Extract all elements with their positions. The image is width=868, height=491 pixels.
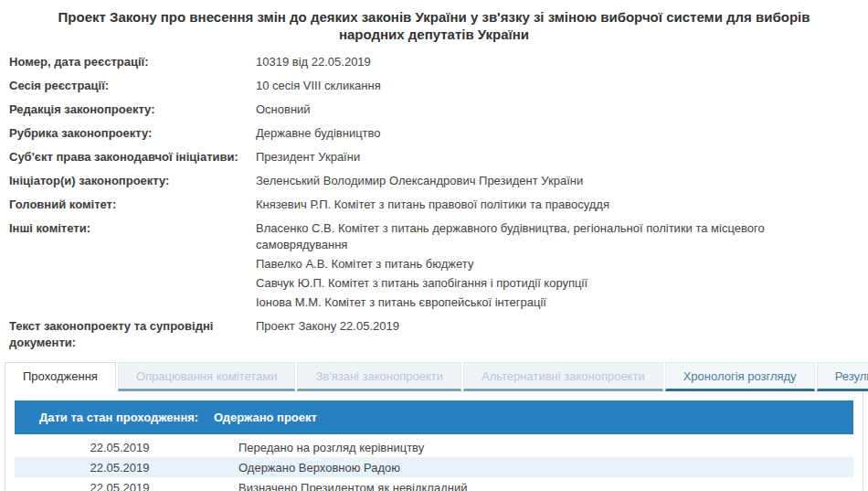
table-row: 22.05.2019 Одержано Верховною Радою: [15, 457, 853, 477]
field-row-rubric: Рубрика законопроекту: Державне будівниц…: [9, 125, 859, 142]
committee-line: Павелко А.В. Комітет з питань бюджету: [256, 256, 859, 272]
progress-table: Дати та стан проходження: Одержано проек…: [15, 400, 853, 491]
table-row: 22.05.2019 Визначено Президентом як неві…: [15, 477, 853, 491]
page-title: Проект Закону про внесення змін до деяки…: [0, 0, 868, 54]
field-label: Номер, дата реєстрації:: [9, 54, 256, 70]
progress-table-header: Дати та стан проходження: Одержано проек…: [15, 400, 853, 434]
field-row-session: Сесія реєстрації: 10 сесія VIII скликанн…: [9, 78, 859, 94]
progress-table-body: 22.05.2019 Передано на розгляд керівницт…: [15, 437, 853, 491]
header-status-column: Одержано проект: [200, 411, 317, 424]
header-date-column: Дати та стан проходження:: [15, 411, 200, 424]
field-row-initiator: Ініціатор(и) законопроекту: Зеленський В…: [9, 173, 859, 189]
row-status: Одержано Верховною Радою: [225, 461, 400, 475]
row-date: 22.05.2019: [15, 481, 225, 491]
field-value: Основний: [256, 101, 311, 118]
row-status: Передано на розгляд керівництву: [225, 441, 424, 454]
field-value: Президент України: [256, 149, 360, 165]
field-row-main-committee: Головний комітет: Князевич Р.П. Комітет …: [9, 197, 859, 213]
committee-line: Власенко С.В. Комітет з питань державног…: [256, 220, 859, 253]
tab-content-panel: Дати та стан проходження: Одержано проек…: [5, 391, 863, 491]
tab-prohodzhennya[interactable]: Проходження: [5, 362, 116, 391]
row-date: 22.05.2019: [15, 441, 225, 454]
committee-line: Іонова М.М. Комітет з питань європейсько…: [256, 294, 859, 311]
field-row-documents: Текст законопроекту та супровідні докуме…: [9, 318, 859, 351]
field-value: Державне будівництво: [256, 125, 381, 142]
field-value: Проект Закону 22.05.2019: [256, 318, 399, 335]
field-label: Головний комітет:: [9, 197, 256, 213]
field-label: Текст законопроекту та супровідні докуме…: [9, 318, 256, 351]
row-status: Визначено Президентом як невідкладний: [225, 481, 467, 491]
field-label: Інші комітети:: [9, 220, 256, 237]
field-label: Редакція законопроекту:: [9, 101, 256, 118]
field-row-other-committees: Інші комітети: Власенко С.В. Комітет з п…: [9, 220, 859, 311]
table-row: 22.05.2019 Передано на розгляд керівницт…: [15, 437, 853, 457]
row-date: 22.05.2019: [15, 461, 225, 475]
field-value-list: Власенко С.В. Комітет з питань державног…: [256, 220, 859, 311]
field-row-redaction: Редакція законопроекту: Основний: [9, 101, 859, 118]
field-label: Ініціатор(и) законопроекту:: [9, 173, 256, 189]
bill-details: Номер, дата реєстрації: 10319 від 22.05.…: [0, 54, 868, 351]
field-label: Сесія реєстрації:: [9, 78, 256, 94]
tab-zvyazani-zakonoproekty: Зв'язані законопроекти: [297, 362, 461, 391]
tab-bar: Проходження Опрацювання комітетами Зв'яз…: [5, 362, 863, 391]
tab-khronologiya-rozglyadu[interactable]: Хронологія розгляду: [665, 362, 815, 391]
tab-alternatyvni-zakonoproekty: Альтернативні законопроекти: [463, 362, 663, 391]
field-value: 10 сесія VIII скликання: [256, 78, 381, 94]
field-value: 10319 від 22.05.2019: [256, 54, 371, 70]
committee-line: Савчук Ю.П. Комітет з питань запобігання…: [256, 275, 859, 292]
field-label: Суб'єкт права законодавчої ініціативи:: [9, 149, 256, 165]
field-value: Князевич Р.П. Комітет з питань правової …: [256, 197, 609, 213]
field-row-initiative-subject: Суб'єкт права законодавчої ініціативи: П…: [9, 149, 859, 165]
field-label: Рубрика законопроекту:: [9, 125, 256, 142]
field-row-registration: Номер, дата реєстрації: 10319 від 22.05.…: [9, 54, 859, 70]
tab-opratsyuvannya-komitetamy: Опрацювання комітетами: [118, 362, 296, 391]
tab-rezultaty-golosuvannya[interactable]: Результати голосування: [817, 362, 868, 391]
field-value: Зеленський Володимир Олександрович Прези…: [256, 173, 583, 189]
